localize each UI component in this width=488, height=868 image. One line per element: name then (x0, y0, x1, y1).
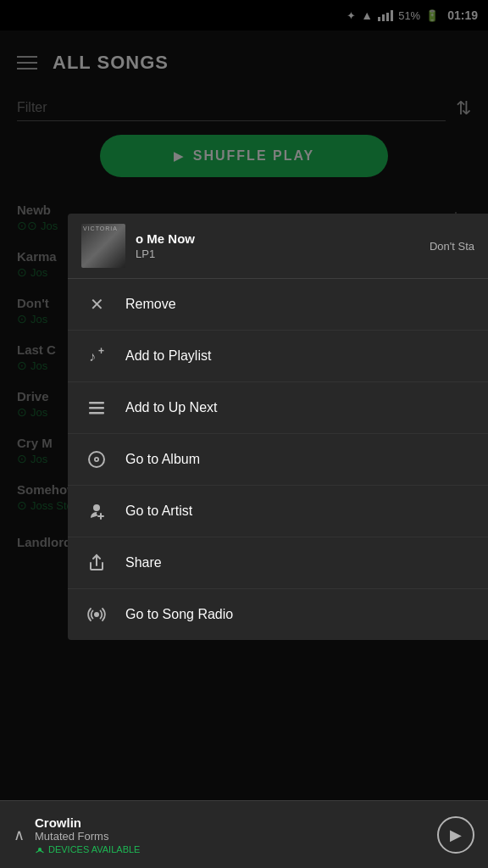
context-song-details: o Me Now LP1 (136, 231, 419, 260)
devices-available-text: DEVICES AVAILABLE (48, 844, 140, 854)
remove-label: Remove (125, 297, 176, 312)
go-to-artist-label: Go to Artist (125, 504, 192, 519)
share-label: Share (125, 555, 162, 570)
player-info: Crowlin Mutated Forms DEVICES AVAILABLE (35, 815, 427, 854)
context-menu-item-share[interactable]: Share (68, 537, 488, 589)
context-song-right: Don't Sta (430, 240, 474, 253)
svg-text:+: + (98, 347, 104, 357)
svg-point-10 (94, 612, 99, 617)
add-to-playlist-label: Add to Playlist (125, 348, 211, 364)
svg-text:♪: ♪ (89, 349, 96, 364)
collapse-icon[interactable]: ∧ (14, 826, 25, 844)
svg-rect-4 (89, 412, 104, 415)
context-menu-item-go-to-album[interactable]: Go to Album (68, 434, 488, 486)
go-to-artist-icon (85, 499, 108, 523)
bottom-player: ∧ Crowlin Mutated Forms DEVICES AVAILABL… (0, 800, 488, 868)
context-song-name: o Me Now (136, 231, 419, 246)
context-menu: VICTORIA o Me Now LP1 Don't Sta ✕ Remove… (68, 214, 488, 640)
go-to-radio-label: Go to Song Radio (125, 607, 233, 622)
player-track-title: Crowlin (35, 815, 427, 830)
player-play-button[interactable]: ▶ (437, 816, 474, 854)
context-menu-item-go-to-radio[interactable]: Go to Song Radio (68, 589, 488, 640)
go-to-album-label: Go to Album (125, 452, 200, 467)
svg-rect-2 (89, 402, 104, 404)
context-menu-item-go-to-artist[interactable]: Go to Artist (68, 486, 488, 537)
go-to-radio-icon (85, 603, 108, 626)
album-art: VICTORIA (81, 224, 125, 268)
add-to-queue-icon (85, 396, 108, 420)
svg-point-8 (93, 504, 100, 511)
share-icon (85, 551, 108, 575)
context-menu-item-add-to-playlist[interactable]: ♪ + Add to Playlist (68, 331, 488, 382)
add-to-up-next-label: Add to Up Next (125, 400, 218, 415)
context-menu-item-remove[interactable]: ✕ Remove (68, 279, 488, 331)
svg-rect-3 (89, 407, 104, 409)
player-device: DEVICES AVAILABLE (35, 844, 427, 854)
x-icon: ✕ (85, 292, 108, 316)
context-song-header: VICTORIA o Me Now LP1 Don't Sta (68, 214, 488, 279)
go-to-album-icon (85, 448, 108, 471)
context-menu-item-add-to-up-next[interactable]: Add to Up Next (68, 382, 488, 434)
context-song-album: LP1 (136, 248, 419, 260)
add-to-playlist-icon: ♪ + (85, 344, 108, 368)
player-artist: Mutated Forms (35, 830, 427, 843)
svg-point-7 (96, 459, 97, 460)
